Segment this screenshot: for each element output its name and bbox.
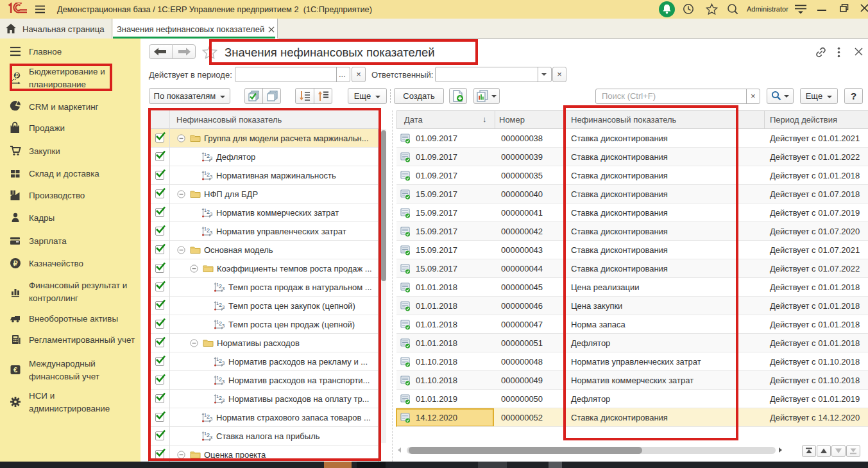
svg-text:€: €	[13, 366, 17, 374]
svg-text:₽: ₽	[13, 259, 18, 267]
